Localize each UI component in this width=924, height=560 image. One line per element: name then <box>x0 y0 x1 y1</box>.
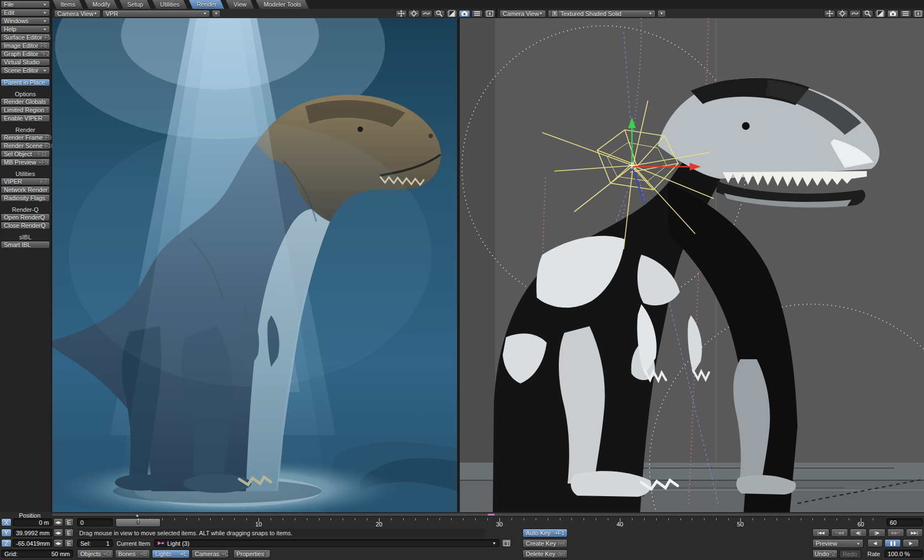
tab-setup[interactable]: Setup <box>119 0 151 9</box>
zoom-view-icon[interactable] <box>862 10 873 18</box>
objects-mode-button[interactable]: Objects+O <box>77 550 113 558</box>
right-render-mode-dropdown[interactable]: TTextured Shaded Solid▼ <box>548 10 656 18</box>
viewport-layout-icon[interactable] <box>912 10 924 18</box>
twist-view-icon[interactable] <box>421 10 432 18</box>
play-reverse-button[interactable]: ◀ <box>867 539 883 547</box>
button-label: Scene Editor <box>4 67 38 74</box>
right-viewport-menu-dropdown[interactable]: ▼ <box>657 10 666 18</box>
create-key-button[interactable]: Create Keyret <box>522 539 568 548</box>
ruler-tick <box>584 518 584 520</box>
move-view-icon[interactable] <box>824 10 835 18</box>
fit-view-icon[interactable] <box>446 10 458 18</box>
move-view-icon[interactable] <box>395 10 407 18</box>
camera-icon[interactable] <box>887 10 899 18</box>
shortcut-label: +F1 <box>552 530 564 536</box>
redo-button[interactable]: Redo <box>839 550 861 558</box>
menu-edit[interactable]: Edit▼ <box>1 9 50 17</box>
scene-editor-button[interactable]: Scene Editor▼ <box>1 67 50 74</box>
menu-windows[interactable]: Windows▼ <box>1 17 50 25</box>
x-stepper[interactable]: ◀▶ <box>53 518 63 526</box>
current-item-dropdown[interactable]: Light (3) ▼ <box>154 539 499 547</box>
previous-key-button[interactable]: +◀◀ <box>831 529 848 537</box>
left-render-mode-dropdown[interactable]: VPR▼ <box>102 10 210 18</box>
x-position-field[interactable]: 0 m <box>13 518 52 526</box>
current-frame-field[interactable]: 0 <box>77 518 113 526</box>
preview-dropdown[interactable]: Preview▼ <box>812 539 864 548</box>
rotate-view-icon[interactable] <box>837 10 848 18</box>
twist-view-icon[interactable] <box>849 10 861 18</box>
rotate-view-icon[interactable] <box>408 10 420 18</box>
properties-button[interactable]: Propertiesp <box>233 550 271 558</box>
left-viewport-menu-dropdown[interactable]: ▼ <box>212 10 221 18</box>
y-position-field[interactable]: 39.9992 mm <box>13 529 52 537</box>
smart-ibl-button[interactable]: Smart IBL <box>1 241 50 249</box>
radiosity-flags-button[interactable]: Radiosity Flags <box>1 194 50 202</box>
tab-modify[interactable]: Modify <box>85 0 118 9</box>
render-globals-button[interactable]: Render Globals <box>1 98 50 106</box>
item-properties-icon-button[interactable] <box>502 539 512 547</box>
cameras-mode-button[interactable]: Cameras+C <box>191 550 229 558</box>
surface-editor-button[interactable]: Surface EditorF5 <box>1 34 50 41</box>
open-renderq-button[interactable]: Open RenderQ <box>1 213 50 221</box>
parent-in-place-button[interactable]: Parent in Place <box>1 79 50 86</box>
delete-key-button[interactable]: Delete Keydel <box>522 550 568 558</box>
camera-icon[interactable] <box>459 10 470 18</box>
tab-view[interactable]: View <box>226 0 255 9</box>
z-envelope-button[interactable]: E <box>64 539 74 547</box>
y-stepper[interactable]: ◀▶ <box>53 529 63 537</box>
viewport-layout-icon[interactable] <box>484 10 496 18</box>
fit-view-icon[interactable] <box>875 10 886 18</box>
step-forward-button[interactable]: ||▶ <box>868 529 886 537</box>
step-back-button[interactable]: ◀|| <box>850 529 867 537</box>
pause-button[interactable] <box>884 539 901 547</box>
close-renderq-button[interactable]: Close RenderQ <box>1 222 50 229</box>
virtual-studio-button[interactable]: Virtual Studio <box>1 58 50 66</box>
x-envelope-button[interactable]: E <box>64 518 74 526</box>
rate-field[interactable]: 100.0 % <box>884 550 923 558</box>
graph-editor-button[interactable]: Graph Editor^F2 <box>1 50 50 58</box>
tab-label: Setup <box>127 1 143 8</box>
play-forward-button[interactable]: ▶ <box>903 539 919 547</box>
y-axis-chip[interactable]: Y <box>1 529 12 537</box>
z-position-value: -65.0419mm <box>16 540 50 547</box>
timeline-ruler[interactable]: 0 ▲ 102030405060 <box>116 518 882 528</box>
viewport-menu-icon[interactable] <box>471 10 483 18</box>
lights-mode-button[interactable]: Lights+L <box>152 550 190 558</box>
ruler-tick <box>680 518 681 520</box>
viper-button[interactable]: VIPERF7 <box>1 178 50 185</box>
auto-key-button[interactable]: Auto Key+F1 <box>522 529 568 537</box>
limited-region-button[interactable]: Limited Regionl <box>1 106 50 114</box>
next-key-button[interactable]: ▶▶+ <box>887 529 904 537</box>
tab-utilities[interactable]: Utilities <box>152 0 187 9</box>
z-position-field[interactable]: -65.0419mm <box>13 539 52 547</box>
left-viewport-canvas[interactable] <box>52 18 457 512</box>
z-stepper[interactable]: ◀▶ <box>53 539 63 547</box>
tab-modeler-tools[interactable]: Modeler Tools <box>256 0 309 9</box>
image-editor-button[interactable]: Image EditorF6 <box>1 42 50 50</box>
y-envelope-button[interactable]: E <box>64 529 74 537</box>
menu-help[interactable]: Help▼ <box>1 25 50 33</box>
enable-viper-button[interactable]: Enable VIPER <box>1 114 50 122</box>
go-to-start-button[interactable]: |◀◀ <box>812 529 829 537</box>
network-render-button[interactable]: Network Render <box>1 186 50 194</box>
z-axis-chip[interactable]: Z <box>1 539 12 547</box>
sel-object-button[interactable]: Sel ObjectF11 <box>1 150 50 158</box>
tab-render[interactable]: Render <box>189 0 224 9</box>
zoom-view-icon[interactable] <box>433 10 445 18</box>
menu-file[interactable]: File▼ <box>1 1 50 8</box>
x-axis-chip[interactable]: X <box>1 518 12 526</box>
right-view-type-dropdown[interactable]: Camera View▼ <box>499 10 546 18</box>
tab-items[interactable]: Items <box>53 0 83 9</box>
go-to-end-button[interactable]: ▶▶| <box>906 529 923 537</box>
render-frame-button[interactable]: Render FrameF9 <box>1 134 50 141</box>
render-scene-button[interactable]: Render SceneF10 <box>1 142 50 150</box>
viewport-menu-icon[interactable] <box>900 10 911 18</box>
timeline-scrollbar[interactable] <box>52 513 924 517</box>
end-frame-field[interactable]: 60 <box>887 518 923 526</box>
mb-preview-button[interactable]: MB Preview+F9 <box>1 158 50 166</box>
undo-button[interactable]: Undo^Z <box>812 550 838 558</box>
x-position-value: 0 m <box>39 519 49 526</box>
right-viewport-canvas[interactable] <box>460 18 924 512</box>
bones-mode-button[interactable]: Bones+B <box>115 550 150 558</box>
left-view-type-dropdown[interactable]: Camera View▼ <box>54 10 101 18</box>
